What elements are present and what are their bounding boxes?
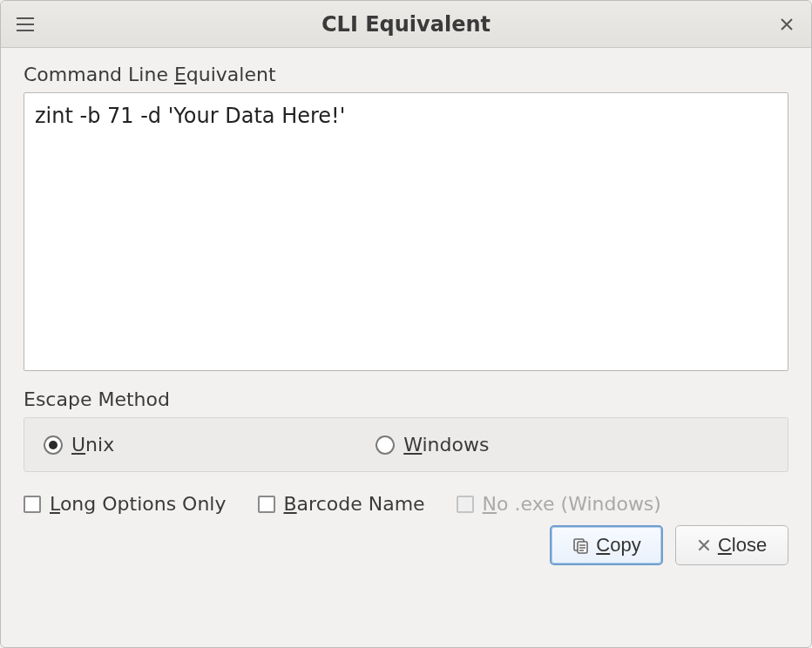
button-label: Copy bbox=[596, 534, 640, 557]
options-row: Long Options Only Barcode Name No .exe (… bbox=[24, 493, 788, 515]
copy-button[interactable]: Copy bbox=[550, 525, 663, 565]
radio-indicator bbox=[376, 435, 395, 455]
label-mnemonic: E bbox=[174, 64, 186, 85]
label-mnemonic: C bbox=[596, 534, 610, 556]
label-mnemonic: W bbox=[403, 434, 422, 456]
command-line-label: Command Line Equivalent bbox=[24, 64, 788, 85]
label-mnemonic: B bbox=[284, 493, 297, 515]
radio-label: Unix bbox=[71, 434, 114, 456]
close-x-icon bbox=[697, 538, 711, 552]
label-text: indows bbox=[422, 434, 489, 456]
checkbox-indicator bbox=[24, 496, 41, 513]
radio-indicator bbox=[44, 435, 63, 455]
window-title: CLI Equivalent bbox=[39, 12, 773, 37]
checkbox-indicator bbox=[258, 496, 275, 513]
label-text: o .exe (Windows) bbox=[497, 493, 661, 515]
escape-method-section: Escape Method Unix Windows bbox=[24, 388, 788, 472]
titlebar: CLI Equivalent bbox=[1, 1, 811, 48]
label-text: ong Options Only bbox=[60, 493, 227, 515]
hamburger-menu-button[interactable] bbox=[11, 10, 39, 38]
label-text: nix bbox=[85, 434, 114, 456]
label-mnemonic: U bbox=[71, 434, 85, 456]
hamburger-icon bbox=[17, 17, 34, 31]
dialog-buttons: Copy Close bbox=[24, 525, 788, 565]
window-close-button[interactable] bbox=[773, 10, 801, 38]
checkbox-label: Barcode Name bbox=[284, 493, 425, 515]
label-text: lose bbox=[732, 534, 767, 556]
label-mnemonic: N bbox=[483, 493, 497, 515]
close-button[interactable]: Close bbox=[675, 525, 788, 565]
close-icon bbox=[780, 17, 794, 31]
label-mnemonic: C bbox=[718, 534, 732, 556]
checkbox-label: Long Options Only bbox=[50, 493, 227, 515]
label-text: quivalent bbox=[186, 64, 276, 85]
checkbox-no-exe: No .exe (Windows) bbox=[457, 493, 661, 515]
cli-command-textarea[interactable] bbox=[24, 92, 788, 371]
dialog-body: Command Line Equivalent Escape Method Un… bbox=[1, 48, 811, 647]
button-label: Close bbox=[718, 534, 767, 557]
checkbox-label: No .exe (Windows) bbox=[483, 493, 661, 515]
label-text: opy bbox=[610, 534, 640, 556]
radio-unix[interactable]: Unix bbox=[44, 434, 114, 456]
radio-windows[interactable]: Windows bbox=[376, 434, 489, 456]
checkbox-indicator bbox=[457, 496, 474, 513]
dialog-window: CLI Equivalent Command Line Equivalent E… bbox=[0, 0, 812, 648]
escape-method-label: Escape Method bbox=[24, 388, 788, 410]
radio-label: Windows bbox=[403, 434, 489, 456]
checkbox-barcode-name[interactable]: Barcode Name bbox=[258, 493, 425, 515]
label-text: arcode Name bbox=[297, 493, 425, 515]
label-text: Command Line bbox=[24, 64, 174, 85]
copy-icon bbox=[572, 537, 589, 554]
checkbox-long-options[interactable]: Long Options Only bbox=[24, 493, 227, 515]
escape-method-panel: Unix Windows bbox=[24, 417, 788, 472]
label-mnemonic: L bbox=[50, 493, 60, 515]
